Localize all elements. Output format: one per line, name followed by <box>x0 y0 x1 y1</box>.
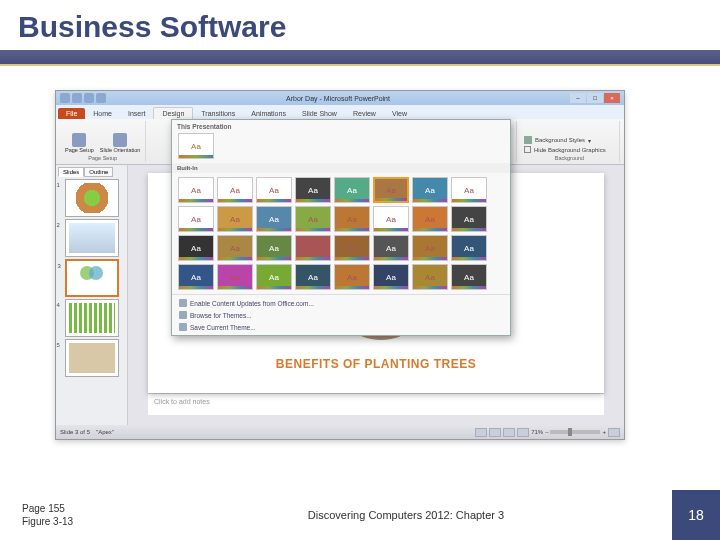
theme-option[interactable]: Aa <box>451 235 487 261</box>
theme-grid: AaAaAaAaAaAaAaAaAaAaAaAaAaAaAaAaAaAaAaAa… <box>172 173 510 294</box>
group-label: Background <box>555 155 584 161</box>
tab-animations[interactable]: Animations <box>243 108 294 119</box>
theme-option[interactable]: Aa <box>373 206 409 232</box>
theme-option[interactable]: Aa <box>334 264 370 290</box>
notes-pane[interactable]: Click to add notes <box>148 393 604 415</box>
qat-redo-icon[interactable] <box>96 93 106 103</box>
minimize-button[interactable]: – <box>570 93 586 103</box>
view-reading-button[interactable] <box>503 428 515 437</box>
tab-design[interactable]: Design <box>153 107 193 119</box>
theme-option[interactable]: Aa <box>256 264 292 290</box>
tab-review[interactable]: Review <box>345 108 384 119</box>
thumbs-tab-slides[interactable]: Slides <box>58 167 84 177</box>
theme-option[interactable]: Aa <box>295 235 331 261</box>
theme-option[interactable]: Aa <box>412 264 448 290</box>
qat-save-icon[interactable] <box>72 93 82 103</box>
app-icon <box>60 93 70 103</box>
theme-option[interactable]: Aa <box>373 235 409 261</box>
ribbon-group-page-setup: Page Setup Slide Orientation Page Setup <box>60 121 146 162</box>
theme-option[interactable]: Aa <box>295 177 331 203</box>
slide-footer: Page 155 Figure 3-13 Discovering Compute… <box>0 490 720 540</box>
status-slide-number: Slide 3 of 5 <box>60 429 90 435</box>
theme-option[interactable]: Aa <box>256 177 292 203</box>
group-label: Page Setup <box>88 155 117 161</box>
theme-option[interactable]: Aa <box>334 177 370 203</box>
slide-thumb-3[interactable]: 3 <box>65 259 119 297</box>
save-theme-link[interactable]: Save Current Theme... <box>174 321 508 333</box>
browse-themes-link[interactable]: Browse for Themes... <box>174 309 508 321</box>
theme-option[interactable]: Aa <box>295 264 331 290</box>
ribbon-tabs: File Home Insert Design Transitions Anim… <box>56 105 624 119</box>
theme-option[interactable]: Aa <box>334 206 370 232</box>
gallery-section-label: Built-In <box>172 163 510 173</box>
theme-option[interactable]: Aa <box>217 206 253 232</box>
slide-thumb-5[interactable]: 5 <box>65 339 119 377</box>
status-bar: Slide 3 of 5 "Apex" 71% – + <box>56 425 624 439</box>
slide-thumbnails-panel: Slides Outline 1 2 3 4 5 <box>56 165 128 425</box>
tab-slideshow[interactable]: Slide Show <box>294 108 345 119</box>
theme-option[interactable]: Aa <box>178 177 214 203</box>
maximize-button[interactable]: □ <box>587 93 603 103</box>
page-reference: Page 155 Figure 3-13 <box>0 502 140 528</box>
slide-title-text: BENEFITS OF PLANTING TREES <box>148 357 604 371</box>
theme-option[interactable]: Aa <box>178 133 214 159</box>
theme-option[interactable]: Aa <box>256 235 292 261</box>
footer-text: Discovering Computers 2012: Chapter 3 <box>140 509 672 521</box>
status-theme-name: "Apex" <box>96 429 114 435</box>
theme-option[interactable]: Aa <box>451 206 487 232</box>
slide-thumb-4[interactable]: 4 <box>65 299 119 337</box>
view-slideshow-button[interactable] <box>517 428 529 437</box>
gallery-header: This Presentation <box>172 120 510 133</box>
theme-option[interactable]: Aa <box>256 206 292 232</box>
theme-option[interactable]: Aa <box>412 206 448 232</box>
window-title: Arbor Day - Microsoft PowerPoint <box>108 95 568 102</box>
theme-option[interactable]: Aa <box>178 235 214 261</box>
zoom-in-button[interactable]: + <box>602 429 606 435</box>
page-setup-button[interactable]: Page Setup <box>63 132 96 155</box>
zoom-level: 71% <box>531 429 543 435</box>
tab-file[interactable]: File <box>58 108 85 119</box>
theme-option[interactable]: Aa <box>217 264 253 290</box>
title-accent-bar <box>0 50 720 66</box>
page-number-badge: 18 <box>672 490 720 540</box>
zoom-slider[interactable] <box>550 430 600 434</box>
theme-option[interactable]: Aa <box>451 177 487 203</box>
ribbon-group-background: Background Styles ▾ Hide Background Grap… <box>520 121 620 162</box>
theme-option[interactable]: Aa <box>178 264 214 290</box>
slide-thumb-2[interactable]: 2 <box>65 219 119 257</box>
slide-orientation-button[interactable]: Slide Orientation <box>98 132 143 155</box>
theme-option[interactable]: Aa <box>451 264 487 290</box>
enable-updates-link[interactable]: Enable Content Updates from Office.com..… <box>174 297 508 309</box>
theme-option[interactable]: Aa <box>412 235 448 261</box>
background-styles-button[interactable]: Background Styles ▾ <box>523 135 592 145</box>
theme-option[interactable]: Aa <box>217 235 253 261</box>
tab-home[interactable]: Home <box>85 108 120 119</box>
theme-option[interactable]: Aa <box>373 264 409 290</box>
tab-view[interactable]: View <box>384 108 415 119</box>
hide-bg-checkbox[interactable]: Hide Background Graphics <box>523 145 607 154</box>
tab-insert[interactable]: Insert <box>120 108 154 119</box>
fit-button[interactable] <box>608 428 620 437</box>
theme-option[interactable]: Aa <box>373 177 409 203</box>
window-titlebar: Arbor Day - Microsoft PowerPoint – □ × <box>56 91 624 105</box>
theme-option[interactable]: Aa <box>217 177 253 203</box>
close-button[interactable]: × <box>604 93 620 103</box>
tab-transitions[interactable]: Transitions <box>193 108 243 119</box>
view-sorter-button[interactable] <box>489 428 501 437</box>
thumbs-tab-outline[interactable]: Outline <box>84 167 113 177</box>
theme-option[interactable]: Aa <box>412 177 448 203</box>
view-normal-button[interactable] <box>475 428 487 437</box>
zoom-out-button[interactable]: – <box>545 429 548 435</box>
powerpoint-screenshot: Arbor Day - Microsoft PowerPoint – □ × F… <box>55 90 625 440</box>
page-title: Business Software <box>0 0 720 50</box>
slide-thumb-1[interactable]: 1 <box>65 179 119 217</box>
theme-option[interactable]: Aa <box>295 206 331 232</box>
theme-option[interactable]: Aa <box>178 206 214 232</box>
qat-undo-icon[interactable] <box>84 93 94 103</box>
themes-gallery-dropdown: This Presentation Aa Built-In AaAaAaAaAa… <box>171 119 511 336</box>
theme-option[interactable]: Aa <box>334 235 370 261</box>
